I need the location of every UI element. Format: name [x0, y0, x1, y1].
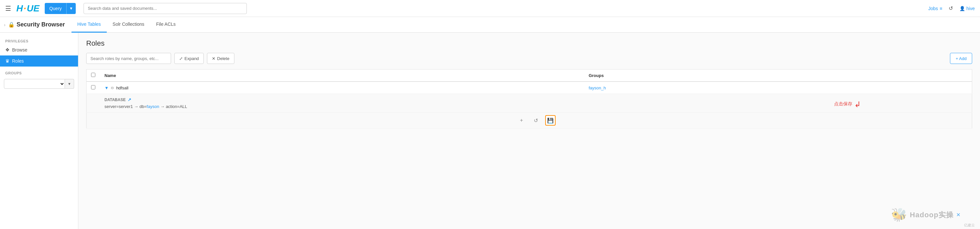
subnav-chevron-icon[interactable]: ›	[4, 22, 6, 27]
sub-row-content-col: DATABASE ↗ server=server1 → db=fayson → …	[100, 94, 972, 113]
database-section-label: DATABASE ↗	[105, 97, 967, 102]
groups-select[interactable]	[4, 79, 65, 89]
table-header-row: Name Groups	[86, 70, 972, 82]
jobs-link[interactable]: Jobs ≡	[928, 6, 942, 11]
role-icon: ⛭	[110, 86, 115, 91]
subnav-brand-label: Security Browser	[17, 21, 65, 28]
content-area: Roles ⤢ Expand ✕ Delete + Add	[78, 33, 980, 229]
delete-icon: ✕	[212, 56, 215, 61]
main-container: PRIVILEGES ❖ Browse ♛ Roles GROUPS ▼ Rol…	[0, 33, 980, 229]
table-row: ▼ ⛭ hdfsall fayson_h	[86, 81, 972, 94]
watermark: 🐝 Hadoop实操 ✕	[891, 207, 961, 223]
subnav-brand: 🔒 Security Browser	[8, 21, 65, 28]
delete-button[interactable]: ✕ Delete	[207, 53, 234, 64]
sidebar-groups-dropdown: ▼	[4, 79, 74, 89]
add-row-icon[interactable]: +	[517, 115, 527, 126]
user-icon: 👤	[959, 6, 965, 11]
watermark-logo-icon: 🐝	[891, 207, 907, 223]
refresh-icon[interactable]: ↺	[531, 115, 541, 126]
search-input[interactable]	[84, 3, 247, 14]
page-title: Roles	[86, 39, 972, 48]
action-icons-group: + ↺ 💾	[105, 115, 967, 126]
role-name: hdfsall	[116, 86, 129, 91]
user-profile-link[interactable]: 👤 hive	[959, 6, 975, 11]
logo-ue-text: UE	[27, 3, 40, 14]
row-groups-cell: fayson_h	[584, 81, 972, 94]
query-button-label: Query	[45, 6, 66, 11]
tab-hive-tables-label: Hive Tables	[77, 22, 101, 27]
app-logo: H · UE	[16, 3, 40, 14]
history-icon[interactable]: ↺	[949, 5, 953, 11]
groups-dropdown-arrow[interactable]: ▼	[65, 79, 74, 89]
add-button[interactable]: + Add	[950, 53, 972, 64]
sidebar-roles-label: Roles	[12, 59, 24, 64]
query-button[interactable]: Query ▼	[45, 3, 76, 14]
watermark-close-icon[interactable]: ✕	[956, 212, 961, 218]
tab-solr-collections-label: Solr Collections	[113, 22, 144, 27]
header-name-col: Name	[100, 70, 584, 82]
action-row-content-col: + ↺ 💾 点击保存 ↱	[100, 113, 972, 129]
db-sub-row: DATABASE ↗ server=server1 → db=fayson → …	[86, 94, 972, 113]
db-path: server=server1 → db=fayson → action=ALL	[105, 104, 967, 109]
row-expand-toggle[interactable]: ▼	[105, 86, 109, 91]
watermark-text: Hadoop实操	[910, 210, 953, 220]
tab-solr-collections[interactable]: Solr Collections	[107, 17, 150, 33]
subnav: › 🔒 Security Browser Hive Tables Solr Co…	[0, 17, 980, 33]
roles-toolbar: ⤢ Expand ✕ Delete + Add	[86, 53, 972, 64]
query-dropdown-arrow[interactable]: ▼	[67, 6, 76, 11]
sidebar-privileges-label: PRIVILEGES	[0, 37, 78, 45]
sidebar-item-roles[interactable]: ♛ Roles	[0, 56, 78, 67]
username-label: hive	[966, 6, 975, 11]
save-icon[interactable]: 💾	[545, 115, 555, 126]
roles-table: Name Groups ▼ ⛭ hdfsall	[86, 69, 972, 129]
lock-icon: 🔒	[8, 22, 15, 28]
delete-label: Delete	[217, 56, 229, 61]
expand-button[interactable]: ⤢ Expand	[174, 53, 204, 64]
jobs-label: Jobs	[928, 6, 938, 11]
sidebar-browse-label: Browse	[12, 47, 27, 52]
sidebar-groups-label: GROUPS	[0, 67, 78, 76]
navbar-right: Jobs ≡ ↺ 👤 hive	[928, 5, 975, 11]
roles-icon: ♛	[5, 58, 10, 64]
select-all-checkbox[interactable]	[91, 73, 95, 77]
search-bar	[84, 3, 247, 14]
row-checkbox-cell	[86, 81, 100, 94]
row-name-cell: ▼ ⛭ hdfsall	[100, 81, 584, 94]
expand-icon: ⤢	[179, 56, 183, 61]
expand-label: Expand	[185, 56, 199, 61]
logo-dot-text: ·	[24, 3, 26, 14]
navbar: ☰ H · UE Query ▼ Jobs ≡ ↺ 👤 hive	[0, 0, 980, 17]
tab-file-acls[interactable]: File ACLs	[150, 17, 181, 33]
jobs-icon: ≡	[940, 6, 942, 11]
browse-icon: ❖	[5, 47, 10, 53]
sidebar-item-browse[interactable]: ❖ Browse	[0, 45, 78, 56]
action-row: + ↺ 💾 点击保存 ↱	[86, 113, 972, 129]
action-row-empty-col	[86, 113, 100, 129]
hamburger-icon[interactable]: ☰	[5, 5, 11, 13]
sub-row-empty-col	[86, 94, 100, 113]
row-checkbox[interactable]	[91, 85, 95, 89]
external-link-icon[interactable]: ↗	[128, 97, 131, 102]
db-fayson-link[interactable]: fayson	[146, 104, 159, 109]
group-link[interactable]: fayson_h	[589, 86, 606, 91]
database-label: DATABASE	[105, 97, 126, 102]
sidebar: PRIVILEGES ❖ Browse ♛ Roles GROUPS ▼	[0, 33, 78, 229]
header-checkbox-col	[86, 70, 100, 82]
header-groups-col: Groups	[584, 70, 972, 82]
tab-file-acls-label: File ACLs	[156, 22, 176, 27]
logo-h-text: H	[16, 3, 23, 14]
add-label: + Add	[956, 56, 967, 61]
bottom-right-logo: 亿建云	[964, 223, 975, 228]
roles-search-input[interactable]	[86, 53, 171, 64]
tab-hive-tables[interactable]: Hive Tables	[72, 17, 107, 33]
